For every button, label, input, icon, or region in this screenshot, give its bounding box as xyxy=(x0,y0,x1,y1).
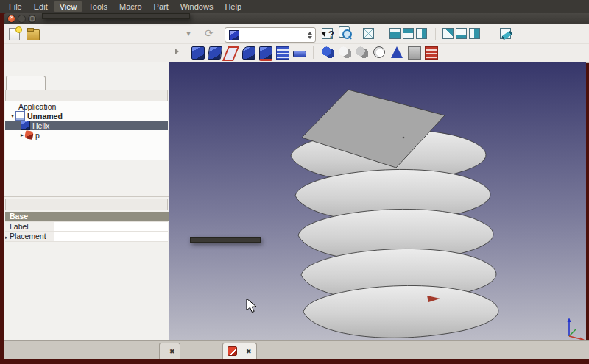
tree-item[interactable]: Helix xyxy=(5,121,168,130)
3d-viewport[interactable] xyxy=(169,62,586,340)
refresh-icon[interactable] xyxy=(204,28,216,40)
open-folder-icon[interactable] xyxy=(27,29,40,40)
loft-icon[interactable] xyxy=(276,46,289,60)
property-name: Label xyxy=(5,222,54,232)
desktop-edge xyxy=(0,13,4,364)
menubar-item[interactable]: Windows xyxy=(174,1,219,12)
tree-item[interactable]: Application xyxy=(5,101,168,111)
workbench-selector[interactable] xyxy=(225,27,316,43)
dropdown-arrow-icon[interactable] xyxy=(184,28,197,40)
toolbar-separator xyxy=(381,28,381,40)
sweep-icon[interactable] xyxy=(191,46,205,60)
toolbar-row-2 xyxy=(4,43,589,62)
views-submenu xyxy=(190,237,261,243)
top-view-icon[interactable] xyxy=(403,28,414,39)
tree-item-label: Unnamed xyxy=(27,112,63,121)
property-name: Placement xyxy=(5,232,54,241)
part-workbench-icon xyxy=(229,30,239,40)
toolbar-row-1 xyxy=(4,26,589,43)
combo-view-dock: Application Unnamed Helix p Base L xyxy=(4,62,169,340)
Base: Base xyxy=(5,212,168,222)
whats-this-icon[interactable] xyxy=(322,28,333,39)
maximize-window-button[interactable] xyxy=(28,15,36,23)
model-tree: Application Unnamed Helix p xyxy=(5,101,168,160)
desktop-edge xyxy=(0,359,589,364)
freecad-window: FileEditViewToolsMacroPartWindowsHelp xyxy=(0,0,589,364)
menubar-item[interactable]: View xyxy=(54,1,83,12)
document-icon xyxy=(15,111,25,121)
cross-sections-icon[interactable] xyxy=(425,46,438,60)
axis-cross-icon xyxy=(568,318,585,340)
new-doc-icon[interactable] xyxy=(9,28,20,40)
fillet-icon[interactable] xyxy=(242,46,255,60)
toolbar-separator xyxy=(222,28,222,40)
toolbar-separator xyxy=(313,46,314,59)
toolbar-separator xyxy=(490,28,490,40)
simple-copy-icon[interactable] xyxy=(408,46,421,60)
axonometric-view-icon[interactable] xyxy=(363,28,374,39)
cut-icon[interactable] xyxy=(356,46,368,58)
toolbar-area xyxy=(4,24,589,63)
view-menu xyxy=(42,13,190,19)
tree-item-label: Helix xyxy=(32,121,49,130)
front-view-icon[interactable] xyxy=(389,28,401,39)
revolve-icon[interactable] xyxy=(259,46,272,61)
tree-item[interactable]: Unnamed xyxy=(5,111,168,121)
property-name: Base xyxy=(5,212,172,221)
tab-unnamed-document[interactable] xyxy=(222,343,257,359)
toolbar-separator xyxy=(435,28,436,40)
tree-item[interactable]: p xyxy=(5,130,168,140)
check-geometry-icon[interactable] xyxy=(391,46,403,58)
property-value[interactable] xyxy=(54,222,168,232)
document-tab-bar xyxy=(4,340,589,360)
toolbar-separator xyxy=(334,28,334,40)
menubar: FileEditViewToolsMacroPartWindowsHelp xyxy=(0,0,589,13)
property-grid: Base Label Placement xyxy=(5,212,168,242)
tree-header xyxy=(5,90,168,101)
common-icon[interactable] xyxy=(339,46,351,58)
close-window-button[interactable] xyxy=(7,15,15,23)
tree-item-icon xyxy=(8,102,16,110)
close-tab-icon[interactable] xyxy=(169,348,175,355)
Label: Label xyxy=(5,222,168,232)
mirror-icon[interactable] xyxy=(222,46,239,61)
tab-start-page[interactable] xyxy=(159,343,180,359)
toolbar-extend-icon[interactable] xyxy=(175,49,179,54)
menubar-item[interactable]: File xyxy=(3,1,28,12)
menubar-item[interactable]: Help xyxy=(219,1,247,12)
close-tab-icon[interactable] xyxy=(246,348,252,355)
mouse-cursor-icon xyxy=(246,298,258,313)
part-feature-icon xyxy=(24,130,34,140)
menubar-item[interactable]: Tools xyxy=(82,1,113,12)
fit-all-icon[interactable] xyxy=(339,26,350,38)
tree-item-label: p xyxy=(35,131,40,140)
freecad-doc-icon xyxy=(228,346,237,356)
measure-distance-icon[interactable] xyxy=(500,28,511,39)
menubar-item[interactable]: Macro xyxy=(113,1,148,12)
Placement: Placement xyxy=(5,232,168,242)
section-icon[interactable] xyxy=(373,46,385,58)
property-value[interactable] xyxy=(54,232,168,241)
right-view-icon[interactable] xyxy=(416,28,427,39)
extrude-icon[interactable] xyxy=(208,46,223,60)
minimize-window-button[interactable] xyxy=(18,15,26,23)
union-icon[interactable] xyxy=(322,46,334,58)
dock-splitter[interactable] xyxy=(4,196,169,197)
menubar-item[interactable]: Part xyxy=(148,1,174,12)
bottom-view-icon[interactable] xyxy=(456,28,467,39)
property-column-header xyxy=(5,199,168,210)
helix-cube-icon xyxy=(21,121,30,130)
rear-view-icon[interactable] xyxy=(442,28,454,39)
helix-model xyxy=(169,62,586,340)
offset-icon[interactable] xyxy=(293,51,306,57)
combo-spinner-icon[interactable] xyxy=(308,32,312,39)
tab-project[interactable] xyxy=(6,76,46,90)
left-view-icon[interactable] xyxy=(469,28,480,39)
menubar-item[interactable]: Edit xyxy=(28,1,54,12)
tree-item-label: Application xyxy=(18,102,56,111)
